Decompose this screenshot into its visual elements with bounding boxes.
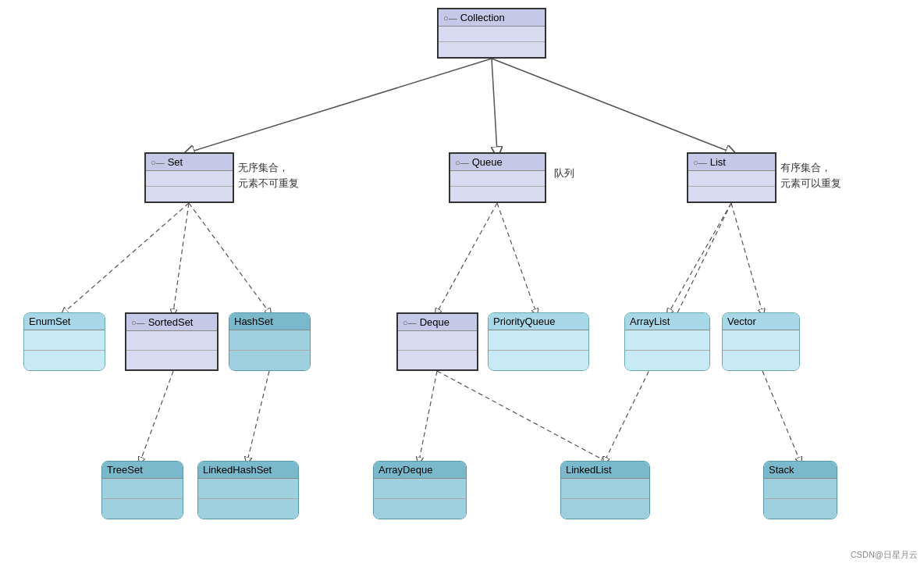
svg-line-8 [437,203,497,312]
box-linkedlist: LinkedList [560,461,650,519]
box-section-2-arraylist [625,351,709,370]
box-deque: ○— Deque [396,312,478,371]
box-section-2-linkedhashset [198,499,298,519]
box-header-arraydeque: ArrayDeque [374,462,466,479]
svg-line-13 [247,371,269,461]
box-header-deque: ○— Deque [398,314,477,331]
svg-line-9 [497,203,536,312]
box-section-1-vector [723,330,799,351]
interface-icon-collection: ○— [443,13,457,23]
box-label-collection: Collection [460,12,505,23]
box-header-sortedset: ○— SortedSet [126,314,217,331]
box-header-vector: Vector [723,313,799,330]
box-header-linkedhashset: LinkedHashSet [198,462,298,479]
box-section-2-linkedlist [561,499,649,519]
box-section-2-hashset [229,351,310,370]
box-label-enumset: EnumSet [29,316,70,327]
box-section-1-collection [439,27,545,42]
svg-line-3 [492,59,497,152]
box-treeset: TreeSet [101,461,183,519]
svg-line-12 [140,371,173,461]
svg-line-4 [492,59,731,152]
svg-line-10 [669,203,731,312]
box-section-1-queue [450,171,545,187]
box-label-priorityqueue: PriorityQueue [493,316,555,327]
box-enumset: EnumSet [23,312,105,371]
box-section-2-priorityqueue [489,351,588,370]
box-label-treeset: TreeSet [107,464,143,476]
box-label-linkedlist: LinkedList [566,464,612,476]
box-stack: Stack [763,461,837,519]
box-section-2-stack [764,499,837,519]
box-label-vector: Vector [727,316,756,327]
box-header-treeset: TreeSet [102,462,183,479]
svg-line-14 [419,371,437,461]
box-header-stack: Stack [764,462,837,479]
box-section-2-enumset [24,351,105,370]
watermark: CSDN@日星月云 [851,549,918,561]
svg-line-6 [173,203,189,312]
interface-icon-list: ○— [693,158,707,167]
box-section-1-set [146,171,233,187]
box-label-linkedhashset: LinkedHashSet [203,464,272,476]
box-label-arraydeque: ArrayDeque [378,464,432,476]
svg-line-2 [189,59,492,152]
interface-icon-sortedset: ○— [131,318,145,327]
box-section-1-arraylist [625,330,709,351]
svg-line-11 [731,203,762,312]
box-header-collection: ○— Collection [439,9,545,27]
diagram: ○— Collection ○— Set ○— Queue ○— List 无 [0,0,924,567]
box-header-queue: ○— Queue [450,154,545,171]
box-label-stack: Stack [769,464,794,476]
box-label-deque: Deque [420,316,450,328]
box-header-arraylist: ArrayList [625,313,709,330]
interface-icon-set: ○— [151,158,165,167]
box-priorityqueue: PriorityQueue [488,312,589,371]
box-set: ○— Set [144,152,234,203]
box-label-hashset: HashSet [234,316,273,327]
box-section-2-collection [439,42,545,57]
box-section-1-linkedhashset [198,479,298,499]
box-label-list: List [710,156,726,168]
box-section-1-deque [398,331,477,351]
box-section-1-stack [764,479,837,499]
box-header-enumset: EnumSet [24,313,105,330]
box-section-1-treeset [102,479,183,499]
box-collection: ○— Collection [437,8,546,59]
box-section-2-sortedset [126,351,217,369]
box-section-1-arraydeque [374,479,466,499]
box-section-1-linkedlist [561,479,649,499]
box-section-1-enumset [24,330,105,351]
box-label-queue: Queue [472,156,503,168]
annotation-queue: 队列 [554,166,574,180]
box-sortedset: ○— SortedSet [125,312,219,371]
box-vector: Vector [722,312,800,371]
box-section-2-list [688,187,775,201]
box-hashset: HashSet [229,312,311,371]
box-section-2-treeset [102,499,183,519]
annotation-set: 无序集合，元素不可重复 [238,160,299,191]
box-label-set: Set [168,156,183,168]
box-label-sortedset: SortedSet [148,316,194,328]
interface-icon-queue: ○— [455,158,469,167]
box-header-hashset: HashSet [229,313,310,330]
box-section-1-priorityqueue [489,330,588,351]
box-section-1-sortedset [126,331,217,351]
box-header-priorityqueue: PriorityQueue [489,313,588,330]
box-section-1-hashset [229,330,310,351]
box-section-2-queue [450,187,545,201]
box-section-2-set [146,187,233,201]
box-header-list: ○— List [688,154,775,171]
box-queue: ○— Queue [449,152,546,203]
svg-line-5 [64,203,189,312]
annotation-list: 有序集合，元素可以重复 [780,160,841,191]
box-list: ○— List [687,152,777,203]
svg-line-15 [437,371,605,461]
box-header-linkedlist: LinkedList [561,462,649,479]
box-section-2-deque [398,351,477,369]
svg-line-7 [189,203,269,312]
box-section-1-list [688,171,775,187]
box-arraydeque: ArrayDeque [373,461,467,519]
box-arraylist: ArrayList [624,312,710,371]
box-section-2-arraydeque [374,499,466,519]
